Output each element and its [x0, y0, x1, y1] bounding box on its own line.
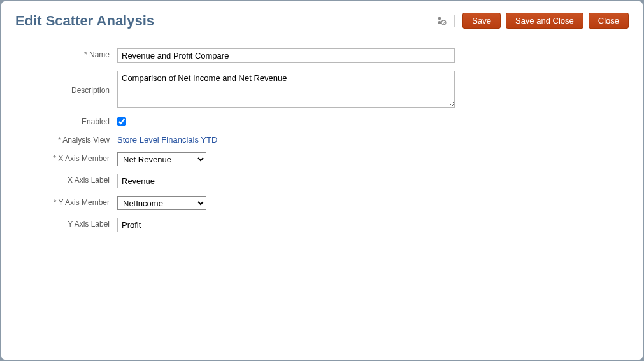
close-button[interactable]: Close — [589, 13, 629, 29]
name-label: Name — [34, 48, 117, 59]
enabled-checkbox[interactable] — [117, 117, 126, 126]
page-title: Edit Scatter Analysis — [15, 13, 154, 29]
separator — [454, 15, 455, 27]
x-axis-member-label: X Axis Member — [34, 152, 117, 163]
help-icon[interactable]: ? — [436, 16, 447, 26]
svg-point-0 — [438, 17, 441, 20]
description-textarea[interactable] — [117, 71, 455, 108]
y-axis-label-input[interactable] — [117, 218, 327, 232]
description-label: Description — [34, 71, 117, 95]
analysis-view-link[interactable]: Store Level Financials YTD — [117, 134, 217, 145]
enabled-label: Enabled — [34, 115, 117, 126]
save-button[interactable]: Save — [462, 13, 501, 29]
svg-text:?: ? — [443, 20, 445, 24]
x-axis-label-label: X Axis Label — [34, 174, 117, 185]
header-row: Edit Scatter Analysis ? Save Save and Cl… — [15, 13, 629, 29]
edit-scatter-panel: Edit Scatter Analysis ? Save Save and Cl… — [1, 1, 643, 360]
action-bar: ? Save Save and Close Close — [436, 13, 629, 29]
y-axis-member-select[interactable]: NetIncome — [117, 196, 206, 210]
x-axis-label-input[interactable] — [117, 174, 327, 188]
y-axis-member-label: Y Axis Member — [34, 196, 117, 207]
save-close-button[interactable]: Save and Close — [506, 13, 583, 29]
name-input[interactable] — [117, 48, 455, 63]
form-area: Name Description Enabled Analysis View S… — [34, 48, 629, 232]
x-axis-member-select[interactable]: Net Revenue — [117, 152, 206, 166]
y-axis-label-label: Y Axis Label — [34, 218, 117, 229]
analysis-view-label: Analysis View — [34, 134, 117, 145]
